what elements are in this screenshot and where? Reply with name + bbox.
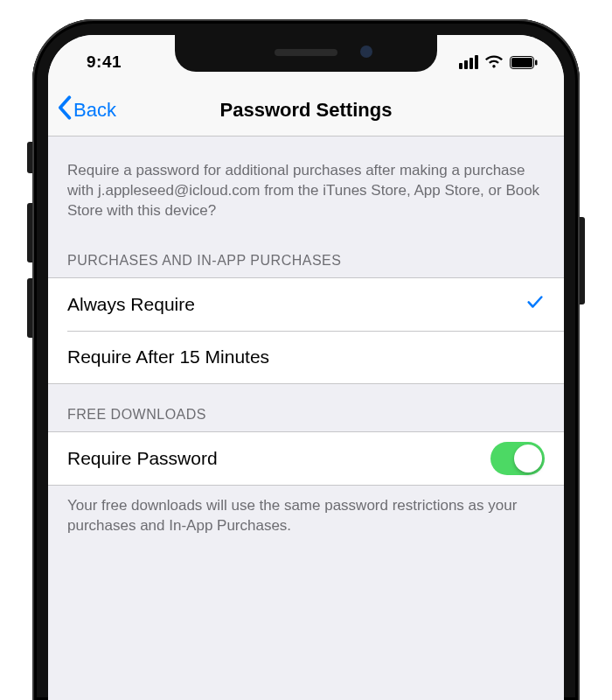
free-downloads-footer: Your free downloads will use the same pa… [48, 486, 564, 545]
volume-up-button [27, 203, 32, 262]
purchases-list: Always Require Require After 15 Minutes [48, 277, 564, 384]
status-time: 9:41 [74, 47, 122, 72]
silence-switch [27, 142, 32, 173]
svg-rect-2 [535, 60, 538, 65]
require-password-label: Require Password [67, 448, 490, 469]
free-downloads-section-header: FREE DOWNLOADS [48, 384, 564, 431]
free-downloads-list: Require Password [48, 431, 564, 486]
option-label: Always Require [67, 294, 525, 315]
checkmark-icon [525, 292, 545, 316]
require-password-row[interactable]: Require Password [48, 432, 564, 485]
navigation-bar: Back Password Settings [48, 84, 564, 136]
status-indicators [459, 50, 538, 69]
option-require-after-15[interactable]: Require After 15 Minutes [48, 331, 564, 383]
option-always-require[interactable]: Always Require [48, 278, 564, 331]
purchases-section-header: PURCHASES AND IN-APP PURCHASES [48, 230, 564, 277]
back-button[interactable]: Back [57, 95, 116, 125]
battery-icon [510, 56, 538, 69]
svg-rect-1 [511, 58, 532, 67]
settings-content: Require a password for additional purcha… [48, 136, 564, 545]
intro-description: Require a password for additional purcha… [48, 136, 564, 230]
page-title: Password Settings [48, 99, 564, 122]
chevron-left-icon [57, 95, 72, 125]
phone-device-frame: 9:41 Back Password Settings [32, 19, 580, 700]
side-power-button [580, 217, 585, 304]
option-label: Require After 15 Minutes [67, 346, 545, 368]
back-label: Back [73, 99, 116, 122]
screen: 9:41 Back Password Settings [48, 35, 564, 700]
wifi-icon [484, 55, 504, 69]
volume-down-button [27, 278, 32, 338]
require-password-toggle[interactable] [490, 442, 545, 475]
cellular-signal-icon [459, 55, 478, 69]
notch [175, 35, 437, 72]
